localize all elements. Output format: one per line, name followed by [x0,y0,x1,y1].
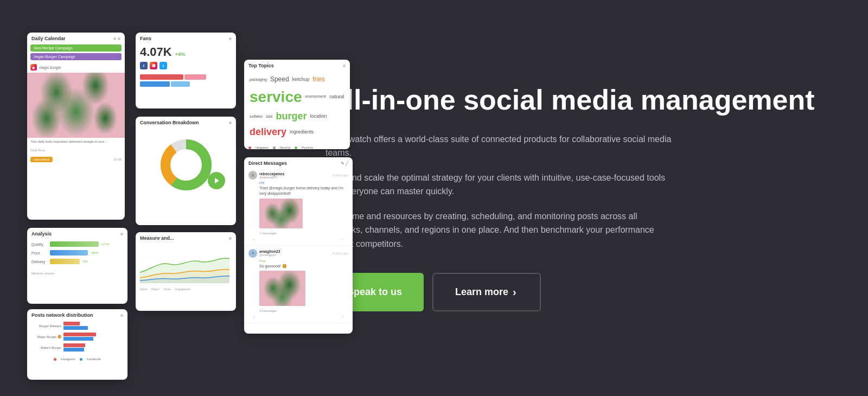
posts-bar-chart: Burger Masters Magic Burger 🍔 Baba's Bur… [27,320,127,356]
analysis-bar-delivery [50,259,80,264]
learn-more-button[interactable]: Learn more › [432,273,541,311]
dm-time-1: 3 mins ago [333,174,348,177]
donut-chart-container [136,127,236,197]
widget-daily-calendar-title: Daily Calendar [31,36,66,41]
widget-conversation-breakdown: Conversation Breakdown [136,117,236,225]
topics-legend: Negative Neutral Positive [244,144,350,149]
word-environment: environment [304,93,328,100]
window-dot [118,37,120,40]
learn-more-label: Learn more [455,286,508,298]
social-icons: f ▣ t [136,60,236,71]
instagram-icon: ▣ [150,62,157,69]
chevron-right-icon: › [513,286,516,298]
dm-handle-2: @mangq42 [259,253,280,257]
dm-handle-1: @clemrq247 [259,176,284,179]
calendar-item-1: New Recipe Campaign [30,44,122,52]
dm-count-1: 7 messages [248,231,348,236]
analysis-bar-quality [50,241,99,247]
line-chart [140,245,229,283]
posts-label-1: Burger Masters [31,324,61,328]
word-location: location [309,112,328,120]
word-packaging: packaging [248,76,268,83]
dm-username-1: rebeccajames [259,172,284,176]
calendar-leaves-bg [27,73,125,138]
dm-time-2: 6 mins ago [333,252,348,255]
posts-bars-2 [63,333,96,341]
posts-row-1: Burger Masters [31,322,123,330]
window-dot [120,314,123,317]
dm-message-1: R rebeccajames @clemrq247 3 mins ago DM … [244,168,353,246]
word-sulfates: sulfates [248,113,264,120]
analysis-footer: Mention volume [27,271,127,276]
dm-header: Direct Messages ✎ ╱ [244,157,353,168]
word-speed: Speed [269,74,290,85]
posts-bars-1 [63,322,88,330]
analysis-change-delivery: ↑9% [82,260,88,263]
play-button[interactable] [208,172,225,189]
dm-username-2: amaglion23 [259,250,280,253]
analysis-bar-price [50,250,88,256]
dm-image-content-2 [259,271,305,306]
widget-measure: Measure and... [136,232,236,311]
widget-fans-title: Fans [140,36,151,41]
dm-image-1 [259,199,303,228]
fans-change: +4% [175,52,185,57]
posts-fb-bar-3 [63,348,84,352]
dm-text-2: So goooood! 🍔 [248,264,348,269]
posts-bars-3 [63,343,85,352]
dm-user-row-1: R rebeccajames @clemrq247 3 mins ago [248,171,348,180]
dm-user-row-2: A amaglion23 @mangq42 6 mins ago [248,249,348,258]
cta-buttons: Speak to us Learn more › [326,273,825,311]
widget-analysis-title: Analysis [31,231,52,237]
widget-posts-title: Posts network distribution [31,312,93,318]
widget-posts-network: Posts network distribution Burger Master… [27,309,127,380]
hero-desc-1: Brandwatch offers a world-class suite of… [326,132,673,160]
analysis-change-quality: +27% [101,242,110,246]
analysis-row-delivery: Delivery ↑9% [31,259,123,264]
calendar-profile: magic.burger [39,66,61,69]
dm-text-1: Tried @magic.burger home delivery today … [248,186,348,196]
analysis-change-price: ↑35% [90,251,98,254]
donut-chart [159,138,213,192]
widget-top-topics: Top Topics packaging Speed ketchup fries… [244,60,350,149]
calendar-footer: subscribed 19:36 [27,155,125,164]
fans-bar-blue [140,81,170,87]
window-dot [120,233,123,235]
dm-avatar-2: A [248,249,257,258]
dashboard-preview: Daily Calendar New Recipe Campaign Vegan… [0,0,282,396]
fans-bar-red [140,74,183,80]
window-dot [343,65,346,67]
fans-count: 4.07K +4% [136,43,236,60]
widget-direct-messages: Direct Messages ✎ ╱ R rebeccajames @clem… [244,157,353,334]
word-size: size [265,113,273,120]
line-chart-area: SpentReachClicksEngagement [136,242,236,291]
twitter-icon: t [159,62,167,69]
dm-message-2: A amaglion23 @mangq42 6 mins ago Post So… [244,246,353,324]
window-dot [229,122,232,124]
analysis-label-quality: Quality [31,242,48,246]
legend-facebook: Facebook [87,357,101,361]
widget-conv-title: Conversation Breakdown [140,120,199,125]
posts-ig-bar-2 [63,333,96,336]
dm-title: Direct Messages [248,161,287,166]
subscribe-button[interactable]: subscribed [30,157,53,162]
legend-negative: Negative [256,146,269,149]
widget-fans: Fans 4.07K +4% f ▣ t [136,33,236,108]
facebook-icon: f [140,62,148,69]
analysis-label-price: Price [31,251,48,255]
calendar-post-type: Dark Post [27,146,125,155]
legend-positive: Positive [302,146,313,149]
posts-legend: Instagram Facebook [27,356,127,362]
widget-topics-title: Top Topics [248,63,274,68]
dm-platform-2: Post [248,259,348,263]
posts-ig-bar-3 [63,343,85,347]
dm-footer-1: ↙ ✓ [248,236,348,242]
word-burger: burger [275,109,308,124]
instagram-icon: ▣ [30,64,37,71]
word-fries: fries [311,74,326,85]
dm-footer-2: ↙ ✓ [248,314,348,320]
dm-image-content [259,199,303,228]
calendar-image [27,73,125,138]
posts-label-2: Magic Burger 🍔 [31,335,61,338]
word-ingredients: ingredients [289,128,315,136]
